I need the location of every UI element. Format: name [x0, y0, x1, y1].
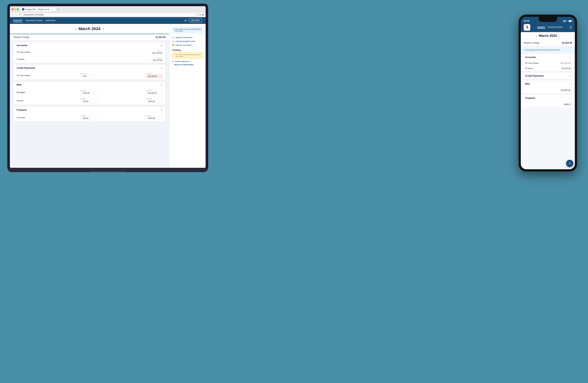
forward-button[interactable]: →: [15, 14, 17, 16]
balance-label: Balance: [157, 57, 162, 59]
mortgage-assigned-input[interactable]: $ 2500.00: [80, 91, 97, 95]
bills-title: Bills: [17, 83, 21, 86]
reduce-overfunding-button[interactable]: ↓ REDUCE OVERFUNDING: [172, 63, 203, 66]
budget-panel: ‹ March 2024 › Ready to Assign $1,823.48…: [10, 24, 169, 168]
assigned-input[interactable]: $ 0.00: [80, 75, 97, 78]
credit-payment-row: TD Visa Infinite Assigned $ 0.00 Payment: [14, 71, 165, 80]
warning-text: You need to assign $3,750.00 to meet you…: [176, 54, 201, 57]
auto-assign-button[interactable]: ⟳ AUTO ASSIGN ALL: [172, 60, 203, 63]
tab-label: Penguin Plan - Simple zero-b...: [25, 8, 51, 10]
payment-input: $ $6,100.00: [146, 75, 162, 78]
minimize-window-button[interactable]: [14, 8, 16, 10]
assigned-group: Assigned $ 0.00: [80, 73, 97, 78]
browser-tab[interactable]: P Penguin Plan - Simple zero-b... ×: [20, 7, 56, 11]
balance-symbol: $: [150, 52, 151, 54]
credit-payments-chevron: ∧: [161, 67, 162, 69]
profile-icon[interactable]: ◉: [202, 14, 204, 16]
ready-to-assign-amount: $1,823.48: [156, 36, 166, 38]
address-bar[interactable]: penguinplan.com/budget: [22, 13, 195, 16]
reduce-icon: ↓: [172, 64, 173, 66]
currency: $: [82, 92, 83, 94]
groceries-available: $ $546.50: [146, 116, 162, 120]
tab-favicon: P: [22, 8, 24, 10]
accounts-section: Accounts ∧ TD Visa Infinite Balance $$10…: [14, 42, 166, 63]
bills-chevron: ∧: [161, 83, 162, 86]
browser-chrome: P Penguin Plan - Simple zero-b... × +: [10, 6, 206, 12]
credit-payments-header[interactable]: Credit Payments ∧: [14, 65, 165, 71]
nav-link-transactions[interactable]: TRANSACTIONS: [25, 19, 42, 22]
currency: $: [147, 117, 148, 119]
balance-value: $$10,783.62: [150, 52, 162, 54]
auto-assign-label: AUTO ASSIGN ALL: [175, 60, 190, 62]
bills-header[interactable]: Bills ∧: [14, 81, 165, 88]
groceries-name: Groceries: [17, 116, 31, 118]
create-account-label: CREATE ACCOUNT: [175, 44, 191, 46]
new-tab-button[interactable]: +: [57, 8, 60, 11]
funding-title: Funding: [172, 49, 203, 51]
assigned-label: Assigned: [80, 73, 86, 75]
create-account-icon: 💳: [172, 44, 174, 46]
info-box: ℹ Your target amounts total $6,400.00 th…: [172, 27, 203, 33]
assigned-label: Assigned: [80, 98, 86, 100]
account-name: TD Bank: [17, 58, 24, 60]
mortgage-available: $ $2,500.00: [146, 91, 162, 95]
next-month-button[interactable]: ›: [103, 27, 104, 30]
balance-label: Balance: [157, 50, 162, 52]
credit-item-name: TD Visa Infinite: [17, 75, 31, 77]
internet-assigned-group: Assigned $ 150.00: [80, 98, 97, 103]
internet-assigned-input[interactable]: $ 150.00: [80, 100, 97, 103]
currency: $: [82, 117, 83, 119]
assigned-label: Assigned: [80, 115, 86, 116]
create-budget-item-label: CREATE BUDGET ITEM: [175, 40, 195, 42]
traffic-lights: [12, 8, 19, 10]
main-content: ‹ March 2024 › Ready to Assign $1,823.48…: [10, 24, 206, 168]
frequent-header[interactable]: Frequent ∧: [14, 107, 165, 113]
create-account-button[interactable]: 💳 CREATE ACCOUNT: [172, 43, 203, 47]
groceries-assigned-input[interactable]: $ 800.00: [80, 116, 97, 120]
credit-payments-title: Credit Payments: [17, 67, 35, 69]
create-category-button[interactable]: ≡+ CREATE CATEGORY: [172, 36, 203, 39]
accounts-section-header[interactable]: Accounts ∧: [14, 42, 165, 49]
close-window-button[interactable]: [12, 8, 14, 10]
nav-right: ⚙ LOG OUT: [185, 19, 202, 22]
account-name: TD Visa Infinite: [17, 51, 30, 53]
groceries-row: Groceries Assigned $ 800.00 Available: [14, 113, 165, 122]
app-nav: BUDGET TRANSACTIONS SUPPORT ⚙ LOG OUT: [10, 17, 206, 24]
refresh-button[interactable]: ↺: [19, 14, 20, 16]
settings-icon[interactable]: ⚙: [185, 19, 187, 22]
payment-currency: $: [147, 76, 148, 77]
account-balance-group: Balance $$10,783.62: [150, 50, 162, 54]
assigned-label: Assigned: [80, 90, 86, 91]
create-category-label: CREATE CATEGORY: [175, 37, 192, 38]
currency: $: [147, 92, 148, 94]
bills-section: Bills ∧ Mortgage Assigned $ 2500.00: [14, 81, 166, 105]
browser-icons: ☆ ⧉ ◉: [196, 14, 204, 16]
ready-to-assign-row: Ready to Assign $1,823.48: [10, 34, 169, 40]
star-icon[interactable]: ☆: [196, 14, 198, 16]
address-bar-row: ← → ↺ penguinplan.com/budget ☆ ⧉ ◉: [10, 12, 206, 17]
maximize-window-button[interactable]: [17, 8, 19, 10]
info-text: Your target amounts total $6,400.00 this…: [175, 28, 201, 32]
groceries-available-group: Available $ $546.50: [146, 115, 162, 120]
logout-button[interactable]: LOG OUT: [189, 19, 202, 22]
mortgage-row: Mortgage Assigned $ 2500.00 Available: [14, 88, 165, 96]
tab-close-button[interactable]: ×: [52, 8, 54, 10]
ready-to-assign-label: Ready to Assign: [14, 36, 29, 38]
back-button[interactable]: ←: [12, 14, 14, 16]
nav-link-support[interactable]: SUPPORT: [45, 19, 56, 22]
info-icon: ℹ: [174, 28, 174, 32]
groceries-assigned-group: Assigned $ 800.00: [80, 115, 97, 120]
payment-label: Payment: [146, 73, 152, 75]
warning-box: ⚠ You need to assign $3,750.00 to meet y…: [172, 53, 203, 58]
frequent-chevron: ∧: [161, 109, 162, 111]
laptop: P Penguin Plan - Simple zero-b... × + ← …: [7, 4, 208, 182]
nav-link-budget[interactable]: BUDGET: [14, 19, 22, 22]
payment-group: Payment $ $6,100.00: [146, 73, 162, 78]
laptop-base: [7, 168, 208, 172]
extensions-icon[interactable]: ⧉: [199, 14, 201, 16]
balance-symbol: $: [151, 59, 153, 61]
account-row: TD Bank Balance $$5,019.98: [14, 56, 165, 63]
create-budget-item-button[interactable]: ≡+ CREATE BUDGET ITEM: [172, 39, 203, 43]
auto-assign-icon: ⟳: [172, 60, 174, 62]
prev-month-button[interactable]: ‹: [75, 27, 76, 30]
